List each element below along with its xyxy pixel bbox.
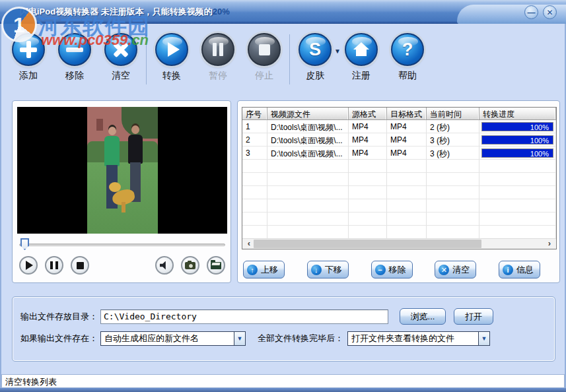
- open-button[interactable]: 打开: [454, 308, 493, 325]
- empty-cell: [242, 199, 267, 212]
- toolbar-button-clear[interactable]: 清空: [98, 25, 144, 82]
- column-header-0[interactable]: 序号: [242, 108, 267, 119]
- seek-track[interactable]: [19, 244, 225, 246]
- empty-cell: [479, 226, 556, 239]
- remove-icon: [58, 33, 91, 66]
- empty-cell: [427, 186, 479, 199]
- snapshot-button[interactable]: [181, 256, 199, 275]
- toolbar-button-pause: 暂停: [195, 25, 241, 82]
- empty-cell: [267, 226, 349, 239]
- column-header-2[interactable]: 源格式: [349, 108, 387, 119]
- toolbar-button-skin[interactable]: S▼皮肤: [292, 25, 338, 82]
- cell: MP4: [349, 147, 387, 160]
- toolbar-separator: [146, 34, 147, 84]
- toolbar-button-convert[interactable]: 转换: [149, 25, 195, 82]
- empty-cell: [242, 212, 267, 226]
- pause-shape: [211, 43, 225, 56]
- toolbar-button-add[interactable]: 添加: [5, 25, 52, 82]
- horizontal-scrollbar[interactable]: ‹ ›: [242, 238, 556, 249]
- scene-window: [96, 119, 103, 131]
- output-dir-input[interactable]: [100, 310, 388, 324]
- title-bar[interactable]: 闪电iPod视频转换器 未注册版本，只能转换视频的20% — ✕: [0, 0, 566, 24]
- toolbar-button-help[interactable]: ?帮助: [384, 25, 431, 82]
- cell: 3 (秒): [427, 147, 479, 160]
- stop-button[interactable]: [71, 256, 89, 275]
- cell: 2: [242, 133, 267, 147]
- file-exists-value: 自动生成相应的新文件名: [101, 333, 234, 344]
- empty-cell: [242, 186, 267, 199]
- scrollbar-thumb[interactable]: [254, 240, 481, 248]
- add-label: 添加: [19, 70, 38, 82]
- cell: MP4: [349, 133, 387, 147]
- queue-row-3[interactable]: 3D:\tools\桌面\视频\...MP4MP43 (秒)100%: [242, 147, 556, 160]
- close-button[interactable]: ✕: [543, 5, 557, 19]
- plus-shape: [20, 41, 37, 58]
- remove-label: 移除: [65, 70, 84, 82]
- browse-button[interactable]: 浏览...: [400, 308, 446, 325]
- cell: D:\tools\桌面\视频\...: [267, 120, 349, 133]
- cell: MP4: [387, 120, 427, 133]
- convert-icon: [155, 33, 188, 66]
- conversion-queue-panel: 序号视频源文件源格式目标格式当前时间转换进度 1D:\tools\桌面\视频\.…: [237, 100, 560, 283]
- play-shape: [168, 42, 180, 57]
- window-controls: — ✕: [524, 5, 557, 19]
- clear-list-button[interactable]: ✕清空: [435, 261, 476, 278]
- video-preview-panel: [12, 100, 231, 283]
- empty-cell: [267, 160, 349, 173]
- volume-button[interactable]: [155, 256, 174, 275]
- info-button[interactable]: i信息: [499, 261, 540, 278]
- empty-row: [242, 226, 556, 239]
- queue-row-1[interactable]: 1D:\tools\桌面\视频\...MP4MP42 (秒)100%: [242, 120, 556, 133]
- progress-bar: 100%: [481, 122, 553, 131]
- pause-button[interactable]: [45, 256, 63, 275]
- remove-item-icon: −: [375, 265, 386, 275]
- empty-row: [242, 212, 556, 226]
- column-header-5[interactable]: 转换进度: [479, 108, 556, 119]
- after-convert-value: 打开文件夹查看转换的文件: [348, 333, 478, 344]
- file-exists-label: 如果输出文件存在：: [20, 333, 98, 344]
- toolbar-button-remove[interactable]: 移除: [52, 25, 98, 82]
- move-down-button[interactable]: ↓下移: [307, 261, 349, 278]
- chevron-down-icon[interactable]: ▼: [478, 332, 489, 345]
- output-dir-row: 输出文件存放目录： 浏览... 打开: [20, 308, 493, 325]
- empty-cell: [479, 173, 556, 186]
- add-glyph: [20, 41, 37, 58]
- scroll-right-arrow-icon[interactable]: ›: [544, 239, 555, 249]
- chevron-down-icon[interactable]: ▼: [234, 332, 245, 345]
- empty-cell: [479, 199, 556, 212]
- video-preview-screen[interactable]: [17, 107, 227, 234]
- minimize-button[interactable]: —: [524, 5, 538, 19]
- file-exists-dropdown[interactable]: 自动生成相应的新文件名 ▼: [100, 331, 246, 346]
- clear-label: 清空: [112, 70, 130, 82]
- move-up-button[interactable]: ↑上移: [243, 261, 285, 278]
- app-window: 闪电iPod视频转换器 未注册版本，只能转换视频的20% — ✕ 添加移除清空转…: [0, 0, 566, 392]
- empty-cell: [349, 226, 387, 239]
- scroll-left-arrow-icon[interactable]: ‹: [244, 239, 254, 249]
- empty-cell: [267, 199, 349, 212]
- remove-item-button[interactable]: −移除: [371, 261, 413, 278]
- cell: 2 (秒): [427, 120, 479, 133]
- play-icon: [26, 261, 33, 270]
- play-button[interactable]: [19, 256, 38, 275]
- cell: D:\tools\桌面\视频\...: [267, 133, 349, 147]
- empty-cell: [387, 212, 427, 226]
- toolbar-button-register[interactable]: 注册: [338, 25, 384, 82]
- queue-row-2[interactable]: 2D:\tools\桌面\视频\...MP4MP43 (秒)100%: [242, 133, 556, 147]
- convert-glyph: [164, 42, 180, 57]
- main-toolbar: 添加移除清空转换暂停停止S▼皮肤注册?帮助: [5, 25, 431, 91]
- column-header-4[interactable]: 当前时间: [427, 108, 479, 119]
- after-convert-dropdown[interactable]: 打开文件夹查看转换的文件 ▼: [347, 331, 490, 346]
- column-header-1[interactable]: 视频源文件: [267, 108, 349, 119]
- add-icon: [12, 33, 45, 66]
- after-convert-label: 全部文件转换完毕后：: [258, 333, 343, 344]
- chevron-down-icon[interactable]: ▼: [334, 48, 341, 55]
- queue-action-buttons: ↑上移↓下移−移除✕清空i信息: [243, 261, 540, 278]
- register-glyph: [353, 42, 370, 57]
- empty-cell: [479, 160, 556, 173]
- playback-controls: [19, 254, 225, 277]
- column-header-3[interactable]: 目标格式: [387, 108, 427, 119]
- empty-cell: [267, 212, 349, 226]
- seek-thumb[interactable]: [20, 238, 29, 250]
- toolbar-separator: [289, 34, 290, 84]
- open-file-button[interactable]: [207, 256, 225, 275]
